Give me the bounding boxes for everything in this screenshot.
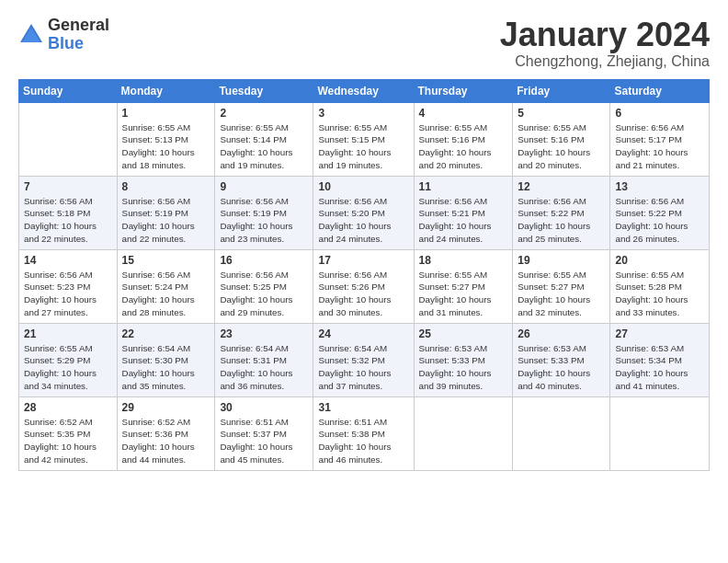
day-info: Sunrise: 6:56 AMSunset: 5:25 PMDaylight:… [220,269,308,319]
day-info: Sunrise: 6:56 AMSunset: 5:19 PMDaylight:… [122,195,210,246]
title-block: January 2024 Chengzhong, Zhejiang, China [500,17,710,70]
day-info: Sunrise: 6:55 AMSunset: 5:29 PMDaylight:… [24,342,112,393]
day-info: Sunrise: 6:56 AMSunset: 5:20 PMDaylight:… [318,195,408,246]
day-number: 25 [419,327,508,340]
day-info: Sunrise: 6:53 AMSunset: 5:33 PMDaylight:… [419,342,508,393]
table-cell: 17Sunrise: 6:56 AMSunset: 5:26 PMDayligh… [313,249,414,323]
table-cell: 19Sunrise: 6:55 AMSunset: 5:27 PMDayligh… [513,249,610,323]
day-info: Sunrise: 6:55 AMSunset: 5:15 PMDaylight:… [318,121,408,172]
day-info: Sunrise: 6:51 AMSunset: 5:38 PMDaylight:… [318,416,408,466]
day-number: 23 [220,327,308,340]
col-monday: Monday [117,79,215,102]
day-info: Sunrise: 6:56 AMSunset: 5:23 PMDaylight:… [24,269,112,319]
day-info: Sunrise: 6:52 AMSunset: 5:36 PMDaylight:… [122,416,210,466]
day-number: 15 [122,254,210,267]
day-info: Sunrise: 6:56 AMSunset: 5:18 PMDaylight:… [24,195,112,246]
day-info: Sunrise: 6:56 AMSunset: 5:21 PMDaylight:… [419,195,508,246]
col-friday: Friday [513,79,610,102]
day-number: 4 [419,107,508,120]
day-info: Sunrise: 6:55 AMSunset: 5:27 PMDaylight:… [419,269,508,319]
table-cell [610,396,710,470]
table-cell: 30Sunrise: 6:51 AMSunset: 5:37 PMDayligh… [215,396,313,470]
day-number: 1 [122,107,210,120]
table-cell: 11Sunrise: 6:56 AMSunset: 5:21 PMDayligh… [414,176,513,249]
day-number: 21 [24,327,112,340]
logo-general: General [48,16,109,34]
day-info: Sunrise: 6:55 AMSunset: 5:28 PMDaylight:… [615,269,704,319]
day-number: 31 [318,401,408,414]
day-number: 6 [615,107,704,120]
day-info: Sunrise: 6:56 AMSunset: 5:19 PMDaylight:… [220,195,308,246]
month-title: January 2024 [500,17,710,53]
col-thursday: Thursday [414,79,513,102]
day-number: 8 [122,180,210,193]
day-info: Sunrise: 6:56 AMSunset: 5:22 PMDaylight:… [518,195,605,246]
day-number: 5 [518,107,605,120]
day-number: 30 [220,401,308,414]
day-number: 3 [318,107,408,120]
table-cell: 22Sunrise: 6:54 AMSunset: 5:30 PMDayligh… [117,323,215,396]
table-cell: 27Sunrise: 6:53 AMSunset: 5:34 PMDayligh… [610,323,710,396]
day-info: Sunrise: 6:55 AMSunset: 5:16 PMDaylight:… [419,121,508,172]
table-cell: 31Sunrise: 6:51 AMSunset: 5:38 PMDayligh… [313,396,414,470]
day-number: 22 [122,327,210,340]
table-cell: 26Sunrise: 6:53 AMSunset: 5:33 PMDayligh… [513,323,610,396]
day-info: Sunrise: 6:54 AMSunset: 5:30 PMDaylight:… [122,342,210,393]
day-number: 20 [615,254,704,267]
calendar-week-row: 7Sunrise: 6:56 AMSunset: 5:18 PMDaylight… [19,176,710,249]
day-number: 12 [518,180,605,193]
calendar-table: Sunday Monday Tuesday Wednesday Thursday… [18,79,710,471]
day-info: Sunrise: 6:56 AMSunset: 5:24 PMDaylight:… [122,269,210,319]
table-cell: 18Sunrise: 6:55 AMSunset: 5:27 PMDayligh… [414,249,513,323]
header-row: Sunday Monday Tuesday Wednesday Thursday… [19,79,710,102]
day-number: 10 [318,180,408,193]
day-number: 7 [24,180,112,193]
col-tuesday: Tuesday [215,79,313,102]
table-cell: 15Sunrise: 6:56 AMSunset: 5:24 PMDayligh… [117,249,215,323]
table-cell: 21Sunrise: 6:55 AMSunset: 5:29 PMDayligh… [19,323,118,396]
table-cell: 16Sunrise: 6:56 AMSunset: 5:25 PMDayligh… [215,249,313,323]
table-cell: 10Sunrise: 6:56 AMSunset: 5:20 PMDayligh… [313,176,414,249]
table-cell [19,102,118,176]
table-cell: 6Sunrise: 6:56 AMSunset: 5:17 PMDaylight… [610,102,710,176]
logo: General Blue [18,17,109,53]
day-number: 29 [122,401,210,414]
day-info: Sunrise: 6:54 AMSunset: 5:31 PMDaylight:… [220,342,308,393]
day-info: Sunrise: 6:51 AMSunset: 5:37 PMDaylight:… [220,416,308,466]
table-cell: 5Sunrise: 6:55 AMSunset: 5:16 PMDaylight… [513,102,610,176]
table-cell [513,396,610,470]
day-number: 14 [24,254,112,267]
day-info: Sunrise: 6:55 AMSunset: 5:16 PMDaylight:… [518,121,605,172]
table-cell: 9Sunrise: 6:56 AMSunset: 5:19 PMDaylight… [215,176,313,249]
page-container: General Blue January 2024 Chengzhong, Zh… [0,0,728,482]
table-cell: 8Sunrise: 6:56 AMSunset: 5:19 PMDaylight… [117,176,215,249]
day-number: 17 [318,254,408,267]
day-info: Sunrise: 6:56 AMSunset: 5:17 PMDaylight:… [615,121,704,172]
table-cell: 1Sunrise: 6:55 AMSunset: 5:13 PMDaylight… [117,102,215,176]
day-info: Sunrise: 6:54 AMSunset: 5:32 PMDaylight:… [318,342,408,393]
day-number: 28 [24,401,112,414]
calendar-week-row: 14Sunrise: 6:56 AMSunset: 5:23 PMDayligh… [19,249,710,323]
day-number: 16 [220,254,308,267]
day-info: Sunrise: 6:53 AMSunset: 5:33 PMDaylight:… [518,342,605,393]
day-info: Sunrise: 6:55 AMSunset: 5:27 PMDaylight:… [518,269,605,319]
day-info: Sunrise: 6:55 AMSunset: 5:14 PMDaylight:… [220,121,308,172]
calendar-week-row: 1Sunrise: 6:55 AMSunset: 5:13 PMDaylight… [19,102,710,176]
day-number: 11 [419,180,508,193]
day-number: 19 [518,254,605,267]
day-info: Sunrise: 6:56 AMSunset: 5:26 PMDaylight:… [318,269,408,319]
day-number: 9 [220,180,308,193]
table-cell: 29Sunrise: 6:52 AMSunset: 5:36 PMDayligh… [117,396,215,470]
day-info: Sunrise: 6:55 AMSunset: 5:13 PMDaylight:… [122,121,210,172]
table-cell: 4Sunrise: 6:55 AMSunset: 5:16 PMDaylight… [414,102,513,176]
day-number: 24 [318,327,408,340]
table-cell: 2Sunrise: 6:55 AMSunset: 5:14 PMDaylight… [215,102,313,176]
day-number: 18 [419,254,508,267]
table-cell: 20Sunrise: 6:55 AMSunset: 5:28 PMDayligh… [610,249,710,323]
table-cell: 13Sunrise: 6:56 AMSunset: 5:22 PMDayligh… [610,176,710,249]
logo-blue: Blue [48,34,84,52]
col-wednesday: Wednesday [313,79,414,102]
table-cell: 25Sunrise: 6:53 AMSunset: 5:33 PMDayligh… [414,323,513,396]
day-number: 27 [615,327,704,340]
day-number: 26 [518,327,605,340]
